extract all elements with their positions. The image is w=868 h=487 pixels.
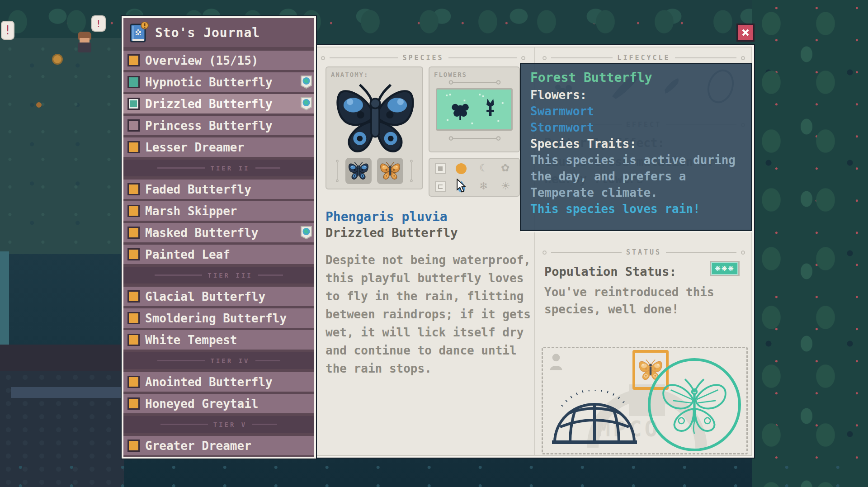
- journal-title: Sto's Journal: [155, 25, 260, 40]
- tooltip-title: Forest Butterfly: [530, 70, 742, 86]
- sidebar-item-greater-dreamer[interactable]: Greater Dreamer: [123, 436, 314, 455]
- reintroduced-globe-badge-icon: [300, 97, 312, 111]
- globe-dome-stamp: [549, 390, 640, 447]
- species-description: Despite not being waterproof, this playf…: [326, 251, 532, 378]
- flower-habitat-scene: [436, 88, 513, 131]
- species-section-header: SPECIES: [321, 54, 525, 62]
- building-roof: [0, 345, 124, 371]
- traits-toggle-box: ☾ ✿ ❄ ☀: [429, 158, 520, 197]
- daytime-checkbox[interactable]: [435, 163, 446, 174]
- forest-right: [752, 0, 868, 487]
- species-traits-tooltip: Forest Butterfly Flowers: Swarmwort Stor…: [520, 63, 752, 231]
- reintroduced-globe-badge-icon: [300, 75, 312, 89]
- population-status-label: Population Status:: [544, 265, 677, 279]
- tooltip-traits-heading: Species Traits:: [530, 136, 742, 152]
- npc-face: [80, 38, 90, 43]
- grass-area: [0, 38, 124, 254]
- close-icon: [741, 28, 750, 37]
- sidebar-item-princess-butterfly[interactable]: Princess Butterfly: [123, 116, 314, 135]
- tier-4-separator: TIER IV: [123, 352, 314, 369]
- species-list: Overview (15/15) Hypnotic Butterfly Driz…: [123, 51, 314, 458]
- pond: [0, 251, 9, 345]
- sidebar-item-faded-butterfly[interactable]: Faded Butterfly: [123, 180, 314, 199]
- game-screen: ! ! SPECIES ANATOMY: FLOWERS: [0, 0, 868, 487]
- header-curl: [521, 56, 525, 60]
- tooltip-traits-highlight: This species loves rain!: [530, 201, 742, 217]
- moon-icon[interactable]: ☾: [479, 163, 489, 173]
- sidebar-item-glacial-butterfly[interactable]: Glacial Butterfly: [123, 287, 314, 306]
- sun-dim-icon[interactable]: ☀: [501, 181, 510, 191]
- reintroduction-stamp-card: MPCO: [542, 347, 748, 454]
- sidebar-item-honeyed-greytail[interactable]: Honeyed Greytail: [123, 394, 314, 413]
- tier-3-separator: TIER III: [123, 267, 314, 284]
- status-section-header: STATUS: [542, 248, 745, 256]
- teal-circle-stamp: [648, 358, 741, 451]
- butterfly-variant-orange-icon: [380, 161, 401, 181]
- variant-thumb-blue[interactable]: [345, 158, 372, 184]
- lifecycle-section-header: LIFECYCLE: [542, 54, 745, 62]
- sidebar-item-painted-leaf[interactable]: Painted Leaf: [123, 245, 314, 264]
- person-icon: [548, 353, 564, 371]
- variant-thumbnails: [326, 158, 422, 184]
- sidebar-item-white-tempest[interactable]: White Tempest: [123, 330, 314, 350]
- sun-active-icon[interactable]: [456, 163, 467, 174]
- flower-sprite: [53, 55, 61, 63]
- tooltip-flower-link[interactable]: Swarmwort: [530, 103, 742, 119]
- tier-2-separator: TIER II: [123, 160, 314, 176]
- scientific-name-link[interactable]: Phengaris pluvia: [326, 209, 448, 224]
- variant-thumb-orange[interactable]: [377, 158, 403, 184]
- npc-body: [78, 43, 91, 52]
- header-curl: [321, 56, 325, 60]
- sidebar-item-overview[interactable]: Overview (15/15): [123, 51, 314, 70]
- common-name: Drizzled Butterfly: [326, 226, 458, 240]
- decorative-scroll: [448, 78, 502, 86]
- butterfly-variant-blue-icon: [348, 161, 369, 181]
- sidebar-item-marsh-skipper[interactable]: Marsh Skipper: [123, 201, 314, 221]
- corner-exclaim-bubble: !: [1, 21, 14, 40]
- journal-main-panel: SPECIES ANATOMY: FLOWERS: [312, 45, 754, 458]
- tooltip-flower-link[interactable]: Stormwort: [530, 119, 742, 136]
- teal-butterfly-icon: [659, 372, 730, 437]
- npc-exclaim-bubble: !: [91, 15, 106, 32]
- flower-sprite: [36, 102, 42, 108]
- anatomy-box: ANATOMY:: [326, 66, 423, 189]
- flower-icon[interactable]: ✿: [501, 163, 509, 173]
- sidebar-item-hypnotic-butterfly[interactable]: Hypnotic Butterfly: [123, 72, 314, 92]
- tier-5-separator: TIER V: [123, 416, 314, 433]
- journal-book-icon: [130, 22, 149, 43]
- building-window: [11, 387, 124, 398]
- mouse-cursor: [455, 179, 468, 193]
- flower-silhouettes: [437, 90, 511, 129]
- snowflake-icon[interactable]: ❄: [479, 181, 488, 191]
- status-message: You've reintroduced this species, well d…: [544, 284, 752, 318]
- tooltip-flowers-heading: Flowers:: [530, 87, 742, 103]
- sidebar-item-lesser-dreamer[interactable]: Lesser Dreamer: [123, 137, 314, 157]
- flowers-label: FLOWERS: [434, 71, 467, 78]
- sidebar-item-drizzled-butterfly[interactable]: Drizzled Butterfly: [123, 94, 314, 113]
- flowers-box: FLOWERS: [429, 66, 520, 152]
- tooltip-traits-text: This species is active during the day, a…: [530, 152, 742, 201]
- sidebar-item-masked-butterfly[interactable]: Masked Butterfly: [123, 223, 314, 242]
- population-status-badge: ❋❋❋: [710, 261, 740, 276]
- anatomy-label: ANATOMY:: [331, 71, 368, 78]
- journal-title-bar: Sto's Journal: [123, 18, 314, 47]
- water-bottom: [0, 458, 868, 487]
- decorative-scroll: [448, 134, 502, 142]
- decorative-curl: [409, 159, 414, 183]
- butterfly-anatomy-sprite: [335, 81, 416, 157]
- decorative-curl: [335, 159, 340, 183]
- sidebar-item-anointed-butterfly[interactable]: Anointed Butterfly: [123, 372, 314, 392]
- journal-sidebar: Sto's Journal Overview (15/15) Hypnotic …: [122, 16, 316, 459]
- reintroduced-globe-badge-icon: [300, 226, 312, 240]
- climate-checkbox[interactable]: [435, 181, 446, 192]
- close-button[interactable]: [736, 24, 755, 42]
- sidebar-item-smoldering-butterfly[interactable]: Smoldering Butterfly: [123, 308, 314, 328]
